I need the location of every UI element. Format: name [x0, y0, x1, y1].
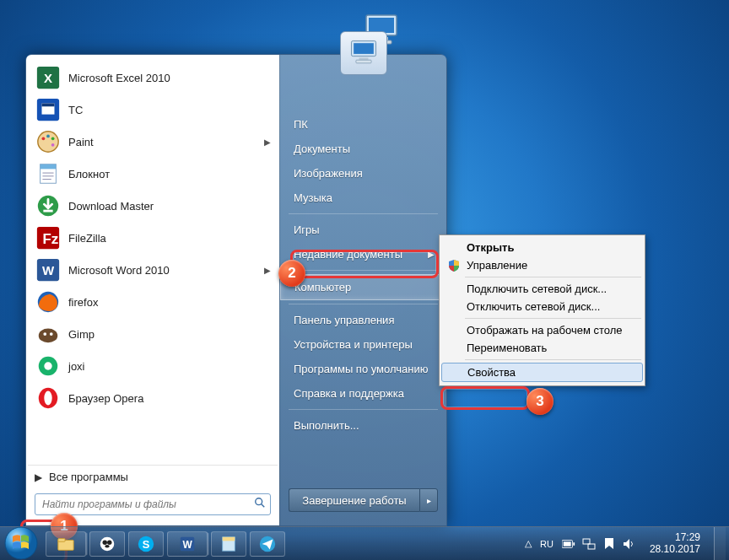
joxi-icon	[35, 353, 62, 380]
program-item-gimp[interactable]: Gimp	[30, 318, 276, 350]
volume-icon[interactable]	[623, 537, 636, 551]
svg-point-43	[103, 540, 108, 545]
right-item[interactable]: Панель управления	[280, 308, 446, 332]
svg-point-30	[44, 362, 51, 369]
context-item[interactable]: Управление	[441, 256, 643, 274]
context-item[interactable]: Отключить сетевой диск...	[441, 298, 643, 315]
context-item[interactable]: Открыть	[441, 239, 643, 256]
right-item[interactable]: Устройства и принтеры	[280, 332, 446, 357]
context-item-label: Отключить сетевой диск...	[467, 300, 600, 313]
separator	[289, 270, 438, 271]
context-item-label: Открыть	[467, 241, 514, 254]
right-item[interactable]: Недавние документы▶	[280, 242, 446, 267]
search-icon	[250, 497, 270, 512]
program-item-notepad[interactable]: Блокнот	[30, 158, 276, 190]
start-button[interactable]	[3, 525, 39, 561]
taskbar-item-word[interactable]: W	[167, 531, 208, 557]
svg-point-32	[44, 391, 51, 406]
context-separator	[465, 277, 641, 277]
gimp-icon	[35, 320, 62, 347]
context-item[interactable]: Отображать на рабочем столе	[441, 321, 643, 339]
context-item[interactable]: Переименовать	[441, 339, 643, 357]
taskbar-items: S W	[46, 531, 285, 557]
context-item[interactable]: Свойства	[441, 363, 643, 382]
search-input[interactable]	[35, 498, 250, 510]
right-item[interactable]: Изображения	[280, 161, 446, 186]
network-icon[interactable]	[582, 537, 596, 551]
right-item-label: ПК	[294, 118, 308, 131]
svg-text:W: W	[42, 263, 55, 277]
right-item[interactable]: Музыка	[280, 186, 446, 210]
svg-text:S: S	[143, 537, 150, 550]
svg-text:Fz: Fz	[42, 231, 58, 247]
program-item-tc[interactable]: TC	[30, 94, 276, 126]
context-item-label: Свойства	[467, 366, 516, 379]
svg-rect-54	[564, 541, 571, 546]
show-desktop-button[interactable]	[714, 527, 726, 561]
program-label: Браузер Opera	[68, 392, 143, 405]
shutdown-options-button[interactable]: ▸	[419, 488, 438, 512]
svg-point-33	[256, 498, 262, 505]
context-separator	[465, 318, 641, 319]
right-item-label: Компьютер	[294, 281, 351, 293]
chevron-right-icon: ▶	[35, 471, 42, 483]
program-label: FileZilla	[68, 232, 106, 245]
program-item-firefox[interactable]: firefox	[30, 286, 276, 318]
context-item-label: Подключить сетевой диск...	[467, 283, 607, 295]
notepad-icon	[35, 160, 62, 187]
tray-expand-icon[interactable]: △	[525, 538, 532, 549]
right-item[interactable]: Программы по умолчанию	[280, 357, 446, 381]
battery-icon[interactable]	[562, 537, 575, 551]
svg-point-27	[43, 332, 46, 336]
context-item-label: Отображать на рабочем столе	[467, 324, 623, 337]
svg-point-42	[100, 536, 115, 551]
svg-rect-51	[223, 536, 235, 541]
taskbar-item-notes[interactable]	[211, 531, 246, 557]
right-item[interactable]: ПК	[280, 112, 446, 137]
context-item[interactable]: Подключить сетевой диск...	[441, 280, 643, 298]
right-item[interactable]: Компьютер	[280, 274, 446, 300]
program-label: firefox	[68, 296, 98, 309]
program-item-filezilla[interactable]: FzFileZilla	[30, 222, 276, 254]
right-item[interactable]: Документы	[280, 137, 446, 161]
program-label: TC	[68, 104, 83, 116]
start-menu-left: XMicrosoft Excel 2010TCPaint▶БлокнотDown…	[26, 55, 279, 525]
program-item-download[interactable]: Download Master	[30, 190, 276, 222]
shield-icon	[446, 258, 462, 273]
context-separator	[465, 359, 641, 360]
taskbar-item-explorer[interactable]	[46, 531, 86, 557]
taskbar-clock[interactable]: 17:29 28.10.2017	[645, 532, 705, 556]
program-item-opera[interactable]: Браузер Opera	[30, 382, 276, 414]
right-item[interactable]: Выполнить...	[280, 413, 446, 438]
program-item-paint[interactable]: Paint▶	[30, 126, 276, 158]
firefox-icon	[35, 288, 62, 315]
language-indicator[interactable]: RU	[540, 539, 554, 549]
filezilla-icon: Fz	[35, 224, 62, 251]
shutdown-button[interactable]: Завершение работы	[289, 488, 419, 512]
right-item-label: Документы	[294, 143, 350, 155]
separator	[289, 213, 438, 214]
right-item[interactable]: Игры	[280, 218, 446, 242]
svg-rect-36	[354, 43, 374, 54]
taskbar-item-app1[interactable]	[89, 531, 125, 557]
shutdown-row: Завершение работы ▸	[280, 482, 446, 519]
right-item[interactable]: Справка и поддержка	[280, 381, 446, 406]
program-item-word[interactable]: WMicrosoft Word 2010▶	[30, 254, 276, 286]
right-item-label: Музыка	[294, 191, 332, 204]
svg-point-11	[46, 135, 50, 138]
program-label: Блокнот	[68, 168, 110, 180]
taskbar-item-telegram[interactable]	[250, 531, 285, 557]
chevron-right-icon: ▶	[428, 250, 435, 259]
program-item-excel[interactable]: XMicrosoft Excel 2010	[30, 62, 276, 94]
program-item-joxi[interactable]: joxi	[30, 350, 276, 382]
action-center-icon[interactable]	[602, 537, 616, 551]
svg-rect-57	[588, 544, 595, 549]
taskbar-item-skype[interactable]: S	[128, 531, 164, 557]
right-item-label: Недавние документы	[294, 248, 402, 261]
callout-3	[440, 386, 530, 410]
all-programs[interactable]: ▶ Все программы	[28, 465, 278, 488]
program-label: Gimp	[68, 328, 94, 341]
user-avatar[interactable]	[340, 31, 387, 75]
separator	[289, 304, 438, 304]
program-label: Paint	[68, 136, 94, 148]
